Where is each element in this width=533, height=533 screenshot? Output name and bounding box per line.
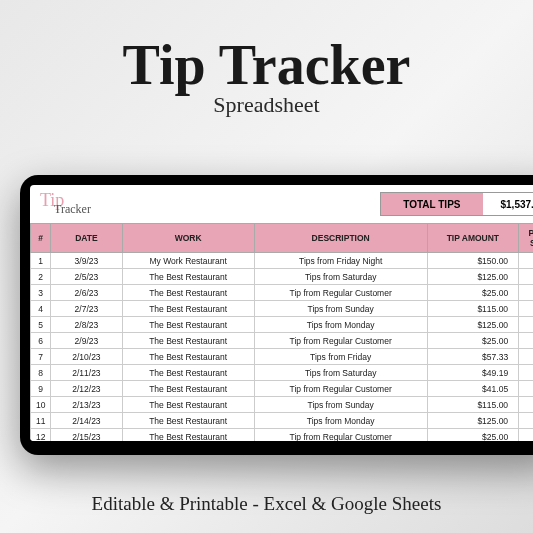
cell-work[interactable]: My Work Restaurant — [122, 253, 254, 269]
cell-date[interactable]: 2/7/23 — [51, 301, 122, 317]
cell-tip-amount[interactable]: $57.33 — [427, 349, 519, 365]
cell-tip-amount[interactable]: $150.00 — [427, 253, 519, 269]
table-row[interactable]: 102/13/23The Best RestaurantTips from Su… — [31, 397, 534, 413]
cell-description[interactable]: Tips from Monday — [254, 413, 427, 429]
footer-tagline: Editable & Printable - Excel & Google Sh… — [0, 493, 533, 515]
cell-description[interactable]: Tips from Friday Night — [254, 253, 427, 269]
table-row[interactable]: 22/5/23The Best RestaurantTips from Satu… — [31, 269, 534, 285]
cell-description[interactable]: Tip from Regular Customer — [254, 285, 427, 301]
cell-date[interactable]: 2/11/23 — [51, 365, 122, 381]
table-row[interactable]: 112/14/23The Best RestaurantTips from Mo… — [31, 413, 534, 429]
cell-percent[interactable]: 20 — [519, 333, 533, 349]
col-date: DATE — [51, 224, 122, 253]
cell-work[interactable]: The Best Restaurant — [122, 317, 254, 333]
col-tip-amount: TIP AMOUNT — [427, 224, 519, 253]
cell-number[interactable]: 4 — [31, 301, 51, 317]
cell-description[interactable]: Tips from Monday — [254, 317, 427, 333]
cell-percent[interactable]: 20 — [519, 269, 533, 285]
hero-title: Tip Tracker — [0, 40, 533, 90]
cell-percent[interactable]: 20 — [519, 381, 533, 397]
cell-description[interactable]: Tip from Regular Customer — [254, 381, 427, 397]
cell-number[interactable]: 9 — [31, 381, 51, 397]
cell-work[interactable]: The Best Restaurant — [122, 381, 254, 397]
table-row[interactable]: 52/8/23The Best RestaurantTips from Mond… — [31, 317, 534, 333]
col-number: # — [31, 224, 51, 253]
cell-tip-amount[interactable]: $25.00 — [427, 333, 519, 349]
cell-percent[interactable]: 20 — [519, 429, 533, 442]
cell-tip-amount[interactable]: $41.05 — [427, 381, 519, 397]
cell-number[interactable]: 1 — [31, 253, 51, 269]
cell-tip-amount[interactable]: $25.00 — [427, 429, 519, 442]
cell-number[interactable]: 5 — [31, 317, 51, 333]
spreadsheet: Tip Tracker TOTAL TIPS $1,537.71 # DATE … — [30, 185, 533, 441]
cell-work[interactable]: The Best Restaurant — [122, 269, 254, 285]
cell-tip-amount[interactable]: $115.00 — [427, 301, 519, 317]
cell-description[interactable]: Tip from Regular Customer — [254, 333, 427, 349]
col-description: DESCRIPTION — [254, 224, 427, 253]
cell-date[interactable]: 2/12/23 — [51, 381, 122, 397]
cell-date[interactable]: 2/9/23 — [51, 333, 122, 349]
cell-percent[interactable]: 20 — [519, 301, 533, 317]
cell-tip-amount[interactable]: $125.00 — [427, 269, 519, 285]
cell-percent[interactable]: 20 — [519, 349, 533, 365]
cell-description[interactable]: Tips from Friday — [254, 349, 427, 365]
cell-date[interactable]: 2/8/23 — [51, 317, 122, 333]
table-row[interactable]: 13/9/23My Work RestaurantTips from Frida… — [31, 253, 534, 269]
table-row[interactable]: 42/7/23The Best RestaurantTips from Sund… — [31, 301, 534, 317]
cell-number[interactable]: 8 — [31, 365, 51, 381]
tablet-frame: Tip Tracker TOTAL TIPS $1,537.71 # DATE … — [20, 175, 533, 455]
cell-work[interactable]: The Best Restaurant — [122, 285, 254, 301]
cell-tip-amount[interactable]: $115.00 — [427, 397, 519, 413]
cell-date[interactable]: 2/10/23 — [51, 349, 122, 365]
cell-description[interactable]: Tips from Sunday — [254, 301, 427, 317]
table-row[interactable]: 62/9/23The Best RestaurantTip from Regul… — [31, 333, 534, 349]
hero-subtitle: Spreadsheet — [0, 92, 533, 118]
cell-date[interactable]: 2/15/23 — [51, 429, 122, 442]
cell-work[interactable]: The Best Restaurant — [122, 429, 254, 442]
table-row[interactable]: 32/6/23The Best RestaurantTip from Regul… — [31, 285, 534, 301]
tablet-screen: Tip Tracker TOTAL TIPS $1,537.71 # DATE … — [30, 185, 533, 441]
cell-description[interactable]: Tip from Regular Customer — [254, 429, 427, 442]
cell-description[interactable]: Tips from Saturday — [254, 365, 427, 381]
total-tips-label: TOTAL TIPS — [381, 193, 482, 215]
cell-tip-amount[interactable]: $49.19 — [427, 365, 519, 381]
cell-date[interactable]: 3/9/23 — [51, 253, 122, 269]
cell-tip-amount[interactable]: $25.00 — [427, 285, 519, 301]
table-row[interactable]: 122/15/23The Best RestaurantTip from Reg… — [31, 429, 534, 442]
cell-date[interactable]: 2/13/23 — [51, 397, 122, 413]
table-row[interactable]: 82/11/23The Best RestaurantTips from Sat… — [31, 365, 534, 381]
total-tips-box: TOTAL TIPS $1,537.71 — [380, 192, 533, 216]
cell-tip-amount[interactable]: $125.00 — [427, 413, 519, 429]
col-work: WORK — [122, 224, 254, 253]
cell-date[interactable]: 2/14/23 — [51, 413, 122, 429]
cell-percent[interactable]: 20 — [519, 253, 533, 269]
cell-date[interactable]: 2/5/23 — [51, 269, 122, 285]
cell-work[interactable]: The Best Restaurant — [122, 365, 254, 381]
cell-percent[interactable]: 20 — [519, 317, 533, 333]
cell-number[interactable]: 2 — [31, 269, 51, 285]
cell-number[interactable]: 3 — [31, 285, 51, 301]
cell-number[interactable]: 11 — [31, 413, 51, 429]
cell-percent[interactable]: 20 — [519, 365, 533, 381]
cell-work[interactable]: The Best Restaurant — [122, 333, 254, 349]
cell-number[interactable]: 12 — [31, 429, 51, 442]
cell-work[interactable]: The Best Restaurant — [122, 349, 254, 365]
cell-number[interactable]: 7 — [31, 349, 51, 365]
cell-percent[interactable]: 20 — [519, 413, 533, 429]
cell-tip-amount[interactable]: $125.00 — [427, 317, 519, 333]
cell-description[interactable]: Tips from Sunday — [254, 397, 427, 413]
table-row[interactable]: 92/12/23The Best RestaurantTip from Regu… — [31, 381, 534, 397]
tips-table: # DATE WORK DESCRIPTION TIP AMOUNT Perce… — [30, 223, 533, 441]
total-tips-value: $1,537.71 — [483, 193, 534, 215]
cell-work[interactable]: The Best Restaurant — [122, 413, 254, 429]
cell-work[interactable]: The Best Restaurant — [122, 397, 254, 413]
cell-percent[interactable]: 20 — [519, 397, 533, 413]
cell-work[interactable]: The Best Restaurant — [122, 301, 254, 317]
cell-description[interactable]: Tips from Saturday — [254, 269, 427, 285]
cell-number[interactable]: 6 — [31, 333, 51, 349]
logo-line2: Tracker — [54, 205, 150, 215]
cell-date[interactable]: 2/6/23 — [51, 285, 122, 301]
table-row[interactable]: 72/10/23The Best RestaurantTips from Fri… — [31, 349, 534, 365]
cell-percent[interactable]: 20 — [519, 285, 533, 301]
cell-number[interactable]: 10 — [31, 397, 51, 413]
